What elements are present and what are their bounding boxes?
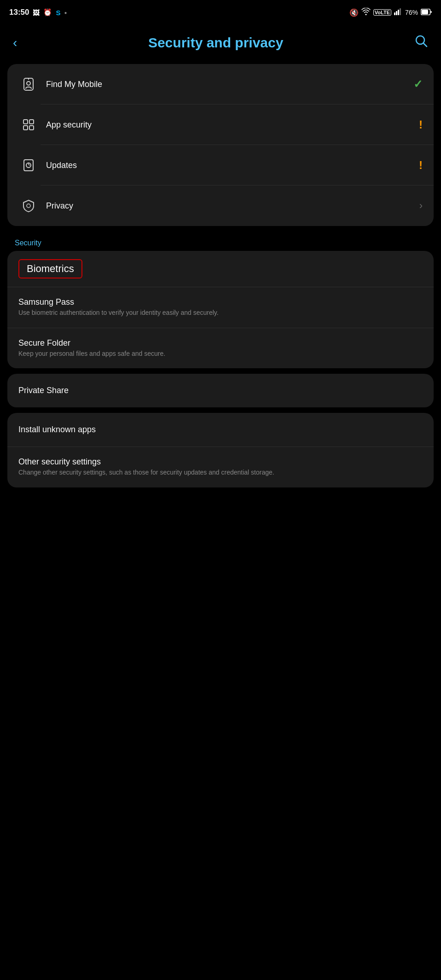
top-section-card: Find My Mobile ✓ App security ! [7,64,434,226]
security-section-card: Biometrics Samsung Pass Use biometric au… [7,251,434,368]
page-title: Security and privacy [26,35,405,51]
battery-percent: 76% [405,9,418,16]
app-security-text: App security [46,120,419,130]
privacy-icon [18,196,39,216]
back-button[interactable]: ‹ [11,34,19,52]
clock-icon: ⏰ [43,8,52,17]
biometrics-label: Biometrics [27,263,74,274]
other-security-settings-item[interactable]: Other security settings Change other sec… [7,447,434,487]
samsung-pass-item[interactable]: Samsung Pass Use biometric authenticatio… [7,287,434,328]
biometrics-item[interactable]: Biometrics [7,251,434,287]
dot-icon: ● [64,10,67,15]
samsung-pass-sublabel: Use biometric authentication to verify y… [18,308,423,318]
private-share-label: Private Share [18,386,423,395]
updates-label: Updates [46,161,419,170]
svg-point-17 [27,204,30,208]
battery-icon [421,9,432,17]
install-unknown-apps-label: Install unknown apps [18,425,423,435]
find-my-mobile-item[interactable]: Find My Mobile ✓ [7,64,434,104]
status-bar: 13:50 🖼 ⏰ S ● 🔇 VoLTE 76% [0,0,441,23]
find-my-mobile-label: Find My Mobile [46,80,413,89]
volte-icon: VoLTE [373,9,391,16]
samsung-pass-label: Samsung Pass [18,297,423,307]
app-security-item[interactable]: App security ! [7,104,434,145]
secure-folder-label: Secure Folder [18,338,423,348]
search-button[interactable] [412,32,430,53]
find-mobile-icon [18,74,39,94]
privacy-text: Privacy [46,201,419,211]
private-share-card: Private Share [7,374,434,407]
svg-rect-11 [23,120,28,124]
privacy-label: Privacy [46,201,419,211]
updates-item[interactable]: Updates ! [7,145,434,186]
svg-point-9 [27,81,30,85]
app-security-label: App security [46,120,419,130]
secure-folder-item[interactable]: Secure Folder Keep your personal files a… [7,328,434,369]
page-header: ‹ Security and privacy [0,23,441,64]
bottom-spacer [0,493,441,585]
mute-icon: 🔇 [349,8,359,17]
svg-rect-1 [396,11,397,15]
updates-warn-icon: ! [419,159,423,172]
security-section-label: Security [0,232,441,251]
status-right: 🔇 VoLTE 76% [349,8,432,17]
svg-line-7 [424,43,427,46]
wifi-icon [361,8,371,17]
other-security-settings-sublabel: Change other security settings, such as … [18,468,423,477]
other-security-settings-label: Other security settings [18,457,423,467]
svg-rect-0 [394,12,395,15]
app-security-icon [18,115,39,135]
svg-rect-8 [24,78,33,90]
svg-rect-5 [422,10,428,14]
svg-rect-2 [398,10,399,15]
svg-rect-14 [29,126,34,130]
private-share-item[interactable]: Private Share [7,374,434,407]
svg-rect-13 [23,126,28,130]
gallery-icon: 🖼 [33,9,40,17]
secure-folder-sublabel: Keep your personal files and apps safe a… [18,349,423,359]
updates-icon [18,155,39,175]
status-left: 13:50 🖼 ⏰ S ● [9,8,67,17]
app-security-warn-icon: ! [419,118,423,131]
find-my-mobile-text: Find My Mobile [46,80,413,89]
updates-text: Updates [46,161,419,170]
status-time: 13:50 [9,8,29,17]
find-my-mobile-check-icon: ✓ [413,78,423,91]
privacy-item[interactable]: Privacy › [7,186,434,226]
skype-icon: S [56,9,60,17]
svg-rect-3 [400,8,401,15]
svg-rect-12 [29,120,34,124]
signal-icon [394,8,402,17]
privacy-chevron-icon: › [419,200,423,212]
bottom-section-card: Install unknown apps Other security sett… [7,413,434,487]
install-unknown-apps-item[interactable]: Install unknown apps [7,413,434,447]
svg-rect-15 [24,160,33,171]
